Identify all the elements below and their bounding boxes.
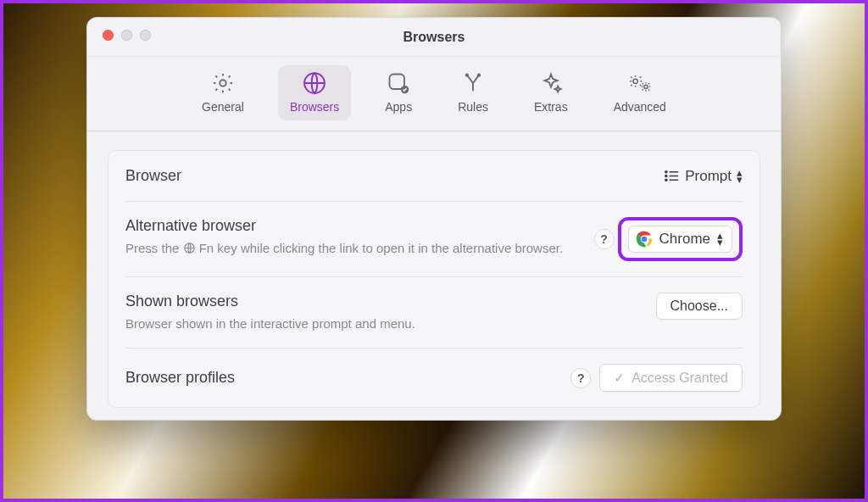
window-controls [103, 30, 151, 41]
zoom-window-button[interactable] [140, 30, 151, 41]
svg-point-8 [665, 171, 667, 173]
row-title: Browser profiles [125, 369, 235, 387]
row-alternative-browser: Alternative browser Press the Fn key whi… [125, 202, 743, 277]
titlebar: Browsers [87, 18, 781, 57]
tab-advanced[interactable]: Advanced [602, 65, 678, 120]
alternative-browser-selector[interactable]: Chrome ▴▾ [628, 226, 732, 253]
content-area: Browser Prompt ▴▾ Alternative browser [87, 131, 781, 415]
row-shown-browsers: Shown browsers Browser shown in the inte… [125, 277, 743, 349]
window-title: Browsers [403, 30, 465, 45]
highlight-annotation: Chrome ▴▾ [618, 217, 743, 261]
svg-point-7 [644, 85, 648, 88]
tab-label: Rules [458, 100, 488, 114]
selector-label: Chrome [659, 231, 710, 248]
tab-browsers[interactable]: Browsers [278, 65, 351, 120]
tab-apps[interactable]: Apps [373, 65, 424, 120]
row-browser-profiles: Browser profiles ? ✓ Access Granted [125, 349, 743, 407]
sparkles-icon [538, 70, 564, 96]
svg-point-4 [466, 75, 468, 76]
tab-label: Advanced [614, 100, 666, 114]
toolbar-tabs: General Browsers Apps Rules Extras [87, 57, 781, 131]
svg-point-9 [665, 176, 667, 177]
button-label: Choose... [670, 298, 728, 314]
gear-icon [210, 70, 236, 96]
help-button[interactable]: ? [594, 229, 615, 249]
tab-label: Extras [534, 100, 568, 114]
selector-label: Prompt [685, 168, 732, 185]
row-description: Browser shown in the interactive prompt … [125, 315, 415, 332]
tab-label: Browsers [290, 100, 339, 114]
row-description: Press the Fn key while clicking the link… [125, 240, 563, 257]
svg-point-6 [633, 79, 637, 83]
globe-inline-icon [183, 242, 196, 254]
tab-label: Apps [385, 100, 412, 114]
check-icon: ✓ [614, 370, 625, 386]
tab-general[interactable]: General [190, 65, 256, 120]
settings-panel: Browser Prompt ▴▾ Alternative browser [108, 150, 760, 408]
preferences-window: Browsers General Browsers Apps Rules [86, 17, 782, 421]
gears-icon [627, 70, 653, 96]
row-title: Alternative browser [125, 217, 563, 235]
row-browser: Browser Prompt ▴▾ [125, 151, 743, 202]
svg-point-0 [220, 80, 225, 86]
tab-rules[interactable]: Rules [446, 65, 500, 120]
globe-icon [302, 70, 327, 96]
tab-extras[interactable]: Extras [522, 65, 580, 120]
list-icon [664, 168, 680, 184]
svg-point-17 [641, 237, 647, 243]
status-label: Access Granted [632, 371, 728, 386]
browser-mode-selector[interactable]: Prompt ▴▾ [664, 168, 743, 185]
svg-point-5 [478, 75, 480, 76]
close-window-button[interactable] [103, 30, 114, 41]
row-title: Browser [125, 167, 181, 185]
svg-point-10 [665, 179, 667, 181]
row-title: Shown browsers [125, 293, 415, 310]
app-badge-icon [386, 70, 411, 96]
tab-label: General [202, 100, 244, 114]
choose-button[interactable]: Choose... [656, 293, 743, 320]
chevrons-icon: ▴▾ [717, 232, 723, 246]
minimize-window-button[interactable] [121, 30, 132, 41]
chrome-icon [636, 231, 653, 248]
chevrons-icon: ▴▾ [737, 170, 743, 183]
access-status-button[interactable]: ✓ Access Granted [599, 364, 743, 392]
help-button[interactable]: ? [570, 368, 591, 388]
branch-icon [460, 70, 486, 96]
